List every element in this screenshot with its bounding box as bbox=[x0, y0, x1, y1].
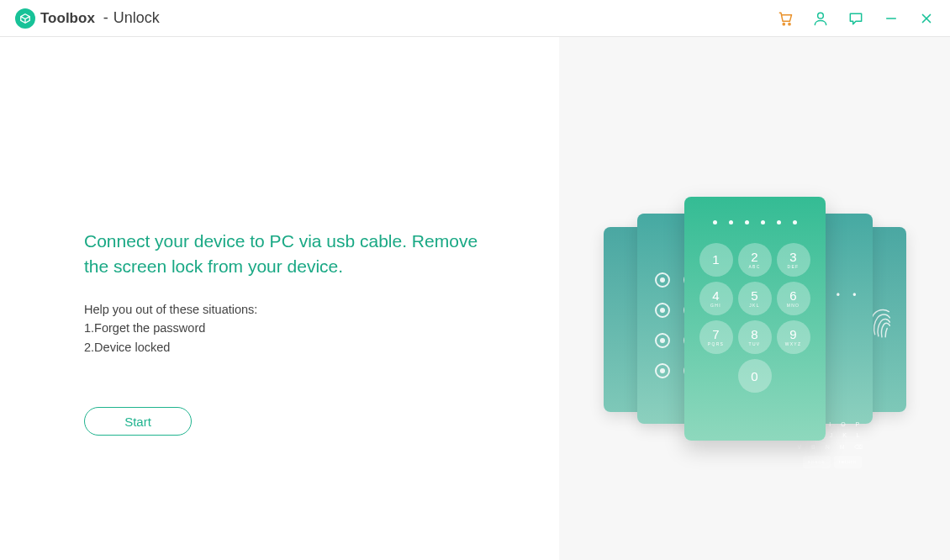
app-logo-icon bbox=[15, 8, 35, 29]
keypad-key: 1 bbox=[699, 243, 733, 277]
keypad-key: 5JKL bbox=[738, 282, 772, 315]
headline-text: Connect your device to PC via usb cable.… bbox=[84, 229, 479, 280]
keypad-key: 4GHI bbox=[699, 282, 733, 315]
brand-name: Toolbox bbox=[40, 10, 95, 27]
keypad-key: 6MNO bbox=[777, 282, 810, 315]
svg-point-2 bbox=[783, 23, 784, 24]
minimize-button[interactable] bbox=[883, 10, 900, 27]
svg-point-4 bbox=[818, 13, 824, 18]
keypad-key: 2ABC bbox=[738, 243, 772, 277]
lock-screens-illustration: • • • • Y U I O P G H J K L V B N M ⌫ sp… bbox=[604, 197, 906, 441]
keypad-key: 7PQRS bbox=[699, 320, 733, 354]
title-bar: Toolbox - Unlock bbox=[0, 0, 950, 37]
svg-point-3 bbox=[789, 23, 790, 24]
help-item: 2.Device locked bbox=[84, 338, 559, 357]
start-button[interactable]: Start bbox=[84, 407, 192, 436]
title-separator: - bbox=[103, 9, 108, 27]
help-block: Help you out of these situations: 1.Forg… bbox=[84, 300, 559, 357]
help-title: Help you out of these situations: bbox=[84, 300, 559, 319]
help-item: 1.Forget the password bbox=[84, 319, 559, 337]
keypad-key: 8TUV bbox=[738, 320, 772, 354]
pin-lockscreen-icon: 1 2ABC 3DEF 4GHI 5JKL 6MNO 7PQRS 8TUV 9W… bbox=[684, 197, 826, 441]
cart-icon[interactable] bbox=[777, 10, 794, 27]
keypad-key: 3DEF bbox=[777, 243, 810, 277]
start-button-label: Start bbox=[124, 415, 151, 429]
pin-dots bbox=[684, 220, 826, 225]
left-pane: Connect your device to PC via usb cable.… bbox=[0, 37, 559, 560]
illustration-pane: • • • • Y U I O P G H J K L V B N M ⌫ sp… bbox=[559, 37, 950, 560]
keypad: 1 2ABC 3DEF 4GHI 5JKL 6MNO 7PQRS 8TUV 9W… bbox=[684, 243, 826, 354]
close-button[interactable] bbox=[918, 10, 935, 27]
keypad-key-zero: 0 bbox=[738, 359, 772, 393]
user-icon[interactable] bbox=[812, 10, 829, 27]
keypad-key: 9WXYZ bbox=[777, 320, 810, 354]
main-area: Connect your device to PC via usb cable.… bbox=[0, 37, 950, 560]
page-title: Unlock bbox=[113, 9, 160, 27]
feedback-icon[interactable] bbox=[847, 10, 864, 27]
